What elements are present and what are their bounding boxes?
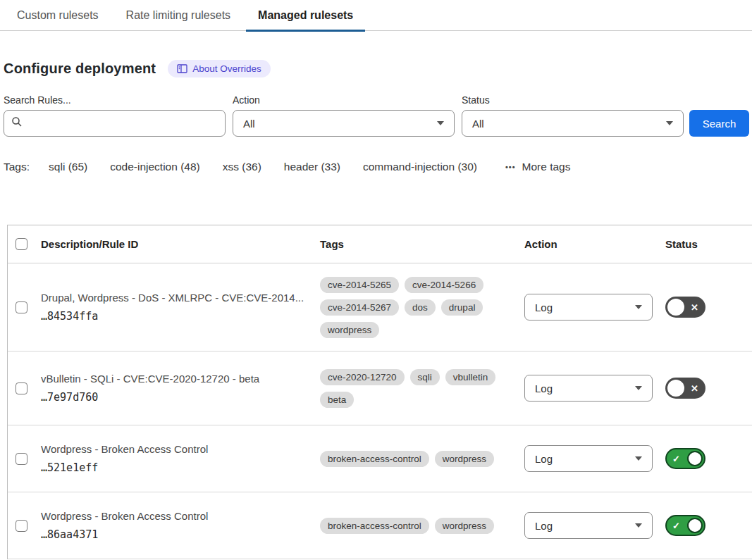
book-icon <box>177 64 187 73</box>
search-rules-label: Search Rules... <box>4 94 226 106</box>
status-toggle[interactable]: ✓ ✕ <box>665 515 705 536</box>
chevron-down-icon <box>437 121 444 125</box>
row-rule-id: …86aa4371 <box>41 528 306 541</box>
row-checkbox[interactable] <box>16 382 27 394</box>
tab-managed-rulesets[interactable]: Managed rulesets <box>258 0 353 31</box>
rules-table: Description/Rule ID Tags Action Status D… <box>7 225 752 559</box>
row-tags: broken-access-controlwordpress <box>320 451 524 467</box>
tag-pill: broken-access-control <box>320 518 429 534</box>
tag-pill: cve-2014-5267 <box>320 299 399 316</box>
tag-link-xss[interactable]: xss (36) <box>223 161 261 173</box>
row-tags: cve-2020-12720sqlivbulletinbeta <box>320 369 524 408</box>
row-rule-id: …7e97d760 <box>41 391 306 404</box>
status-toggle[interactable]: ✓ ✕ <box>665 378 705 399</box>
row-checkbox[interactable] <box>16 301 27 313</box>
row-action-value: Log <box>535 301 553 313</box>
tag-pill: drupal <box>441 299 483 316</box>
tag-link-sqli[interactable]: sqli (65) <box>49 161 87 173</box>
x-icon: ✕ <box>691 302 698 313</box>
tag-pill: cve-2014-5266 <box>405 277 483 293</box>
col-header-tags: Tags <box>320 238 524 250</box>
table-row: Wordpress - Broken Access Control …86aa4… <box>8 492 752 559</box>
status-toggle[interactable]: ✓ ✕ <box>665 448 705 469</box>
page-title: Configure deployment <box>4 61 156 77</box>
action-filter-value: All <box>243 118 255 130</box>
row-action-value: Log <box>535 453 553 465</box>
chevron-down-icon <box>635 523 642 528</box>
tag-link-code-injection[interactable]: code-injection (48) <box>110 161 200 173</box>
search-icon <box>11 116 23 130</box>
tab-rate-limiting-rulesets[interactable]: Rate limiting rulesets <box>126 0 231 31</box>
chevron-down-icon <box>635 456 642 461</box>
chevron-down-icon <box>635 305 642 309</box>
row-tags: broken-access-controlwordpress <box>320 518 524 534</box>
row-action-value: Log <box>535 520 553 532</box>
about-overrides-label: About Overrides <box>192 63 261 74</box>
tag-pill: cve-2014-5265 <box>320 277 399 293</box>
check-icon: ✓ <box>672 454 680 464</box>
action-filter-label: Action <box>233 94 455 106</box>
table-row: Wordpress - Broken Access Control …521e1… <box>8 425 752 492</box>
search-button[interactable]: Search <box>689 110 749 137</box>
table-row: Drupal, Wordpress - DoS - XMLRPC - CVE:C… <box>8 263 752 351</box>
status-filter-select[interactable]: All <box>462 110 684 137</box>
col-header-description: Description/Rule ID <box>41 238 320 250</box>
tag-pill: broken-access-control <box>320 451 429 467</box>
toggle-knob <box>667 380 684 397</box>
row-description: vBulletin - SQLi - CVE:CVE-2020-12720 - … <box>41 373 306 385</box>
tags-bar: Tags: sqli (65) code-injection (48) xss … <box>4 161 752 173</box>
row-rule-id: …84534ffa <box>41 310 306 323</box>
tag-pill: wordpress <box>435 451 494 467</box>
ruleset-tabbar: Custom rulesets Rate limiting rulesets M… <box>0 0 752 31</box>
tag-pill: beta <box>320 392 354 408</box>
check-icon: ✓ <box>672 521 680 531</box>
tab-custom-rulesets[interactable]: Custom rulesets <box>17 0 99 31</box>
status-filter-value: All <box>472 118 484 130</box>
search-rules-input[interactable] <box>28 118 218 130</box>
row-action-value: Log <box>535 382 553 394</box>
row-action-select[interactable]: Log <box>524 375 653 402</box>
table-header-row: Description/Rule ID Tags Action Status <box>8 225 752 263</box>
tags-bar-label: Tags: <box>4 161 30 173</box>
row-action-select[interactable]: Log <box>524 512 653 539</box>
tag-link-command-injection[interactable]: command-injection (30) <box>363 161 477 173</box>
status-toggle[interactable]: ✓ ✕ <box>665 297 705 318</box>
ellipsis-icon: ••• <box>505 163 516 171</box>
more-tags-button[interactable]: ••• More tags <box>505 161 570 173</box>
row-description: Wordpress - Broken Access Control <box>41 443 306 455</box>
row-description: Wordpress - Broken Access Control <box>41 510 306 522</box>
toggle-knob <box>687 518 703 533</box>
toggle-knob <box>667 299 684 316</box>
row-checkbox[interactable] <box>16 453 27 465</box>
col-header-status: Status <box>665 238 752 250</box>
col-header-action: Action <box>524 238 665 250</box>
row-rule-id: …521e1eff <box>41 461 306 474</box>
select-all-checkbox[interactable] <box>16 238 27 250</box>
toggle-knob <box>687 451 703 466</box>
action-filter-select[interactable]: All <box>233 110 455 137</box>
row-checkbox[interactable] <box>16 520 27 532</box>
chevron-down-icon <box>635 386 642 390</box>
search-rules-inputbox <box>4 110 226 137</box>
tag-pill: vbulletin <box>445 369 496 385</box>
x-icon: ✕ <box>691 383 698 394</box>
status-filter-label: Status <box>462 94 684 106</box>
tag-pill: wordpress <box>320 322 379 338</box>
about-overrides-badge[interactable]: About Overrides <box>168 60 271 77</box>
tag-link-header[interactable]: header (33) <box>284 161 340 173</box>
tag-pill: dos <box>405 299 436 316</box>
table-row: vBulletin - SQLi - CVE:CVE-2020-12720 - … <box>8 351 752 425</box>
row-action-select[interactable]: Log <box>524 294 653 321</box>
tag-pill: wordpress <box>435 518 494 534</box>
chevron-down-icon <box>666 121 673 125</box>
more-tags-label: More tags <box>522 161 571 173</box>
tag-pill: cve-2020-12720 <box>320 369 405 385</box>
row-description: Drupal, Wordpress - DoS - XMLRPC - CVE:C… <box>41 292 306 304</box>
row-tags: cve-2014-5265cve-2014-5266cve-2014-5267d… <box>320 277 524 338</box>
tag-pill: sqli <box>410 369 440 385</box>
row-action-select[interactable]: Log <box>524 445 653 472</box>
